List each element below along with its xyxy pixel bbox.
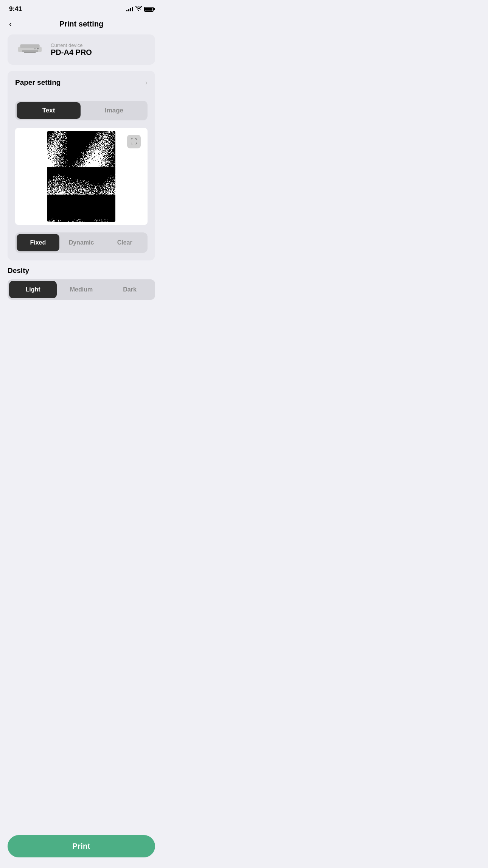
signal-icon [126,7,133,11]
density-dark-button[interactable]: Dark [106,281,154,298]
wifi-icon [135,6,142,12]
svg-point-4 [37,48,39,50]
main-card: Paper setting › Text Image ⛶ Fixed Dynam… [8,71,155,260]
svg-rect-3 [24,52,36,53]
svg-rect-2 [22,50,38,52]
device-info: Current device PD-A4 PRO [51,42,92,57]
density-medium-button[interactable]: Medium [58,281,105,298]
clear-button[interactable]: Clear [103,234,146,251]
status-bar: 9:41 [0,0,163,16]
preview-container: ⛶ [15,128,148,225]
density-bar: Light Medium Dark [8,279,155,300]
page-title: Print setting [59,20,104,28]
svg-rect-1 [20,44,39,48]
paper-setting-row[interactable]: Paper setting › [15,78,148,87]
expand-button[interactable]: ⛶ [127,135,141,148]
printer-icon [17,41,43,58]
mode-toggle-group: Text Image [15,101,148,120]
mode-text-button[interactable]: Text [17,102,81,119]
device-name: PD-A4 PRO [51,48,92,57]
density-section: Desity Light Medium Dark [8,266,155,300]
back-button[interactable]: ‹ [9,19,12,29]
status-icons [126,6,154,12]
divider [15,93,148,93]
print-mode-bar: Fixed Dynamic Clear [15,232,148,253]
mode-image-button[interactable]: Image [82,102,146,119]
dynamic-button[interactable]: Dynamic [60,234,103,251]
status-time: 9:41 [9,5,22,13]
density-label: Desity [8,266,155,275]
device-label: Current device [51,42,92,48]
expand-icon: ⛶ [131,138,137,146]
svg-point-5 [34,48,36,50]
battery-icon [144,7,154,12]
device-card: Current device PD-A4 PRO [8,34,155,65]
chevron-right-icon: › [145,79,148,87]
paper-setting-label: Paper setting [15,78,61,87]
fixed-button[interactable]: Fixed [17,234,59,251]
header: ‹ Print setting [0,16,163,34]
preview-image [47,131,115,222]
density-light-button[interactable]: Light [9,281,57,298]
